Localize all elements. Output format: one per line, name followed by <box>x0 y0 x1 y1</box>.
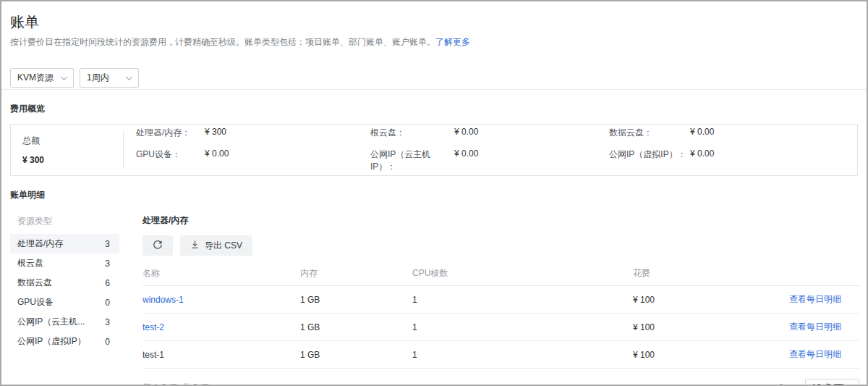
view-daily-detail-link[interactable]: 查看每日明细 <box>789 294 841 304</box>
sidebar-item-label: 根云盘 <box>17 257 43 269</box>
chevron-down-icon <box>61 73 68 80</box>
overview-item-value: ¥ 0.00 <box>454 148 609 173</box>
page-size-select[interactable]: 10 条/页 <box>805 379 859 386</box>
table-footer: 第 1-3 项, 共 3 项 ‹ 1 › 10 条/页 <box>142 379 859 386</box>
table-header-row: 名称 内存 CPU核数 花费 <box>142 261 859 286</box>
sidebar-item-root-disk[interactable]: 根云盘 3 <box>10 253 119 273</box>
sidebar-item-count: 3 <box>105 317 110 327</box>
cell-cpu: 1 <box>412 350 633 360</box>
resource-type-select[interactable]: KVM资源 <box>10 68 74 88</box>
vm-name-link[interactable]: windows-1 <box>142 295 184 305</box>
overview-item-label: 处理器/内存： <box>136 127 205 139</box>
table-toolbar: 导出 CSV <box>142 235 859 256</box>
cell-memory: 1 GB <box>300 350 412 360</box>
overview-section-title: 费用概览 <box>10 103 867 115</box>
sidebar-item-count: 0 <box>105 337 110 347</box>
pagination-page-1[interactable]: 1 <box>777 382 786 386</box>
overview-card: 总额 ¥ 300 处理器/内存： ¥ 300 根云盘： ¥ 0.00 数据云盘：… <box>10 124 858 176</box>
view-daily-detail-link[interactable]: 查看每日明细 <box>789 349 841 359</box>
sidebar-item-data-disk[interactable]: 数据云盘 6 <box>10 273 119 293</box>
vm-name-link[interactable]: test-2 <box>142 322 164 332</box>
section-divider <box>1 89 867 90</box>
overview-item-value: ¥ 0.00 <box>690 148 857 173</box>
sidebar-item-label: 数据云盘 <box>17 277 52 289</box>
vm-name-text: test-1 <box>142 350 164 360</box>
export-csv-button[interactable]: 导出 CSV <box>180 235 252 256</box>
overview-item-label: 数据云盘： <box>609 127 690 139</box>
column-header-name: 名称 <box>142 267 300 280</box>
sidebar-item-count: 3 <box>105 239 110 249</box>
column-header-cpu: CPU核数 <box>412 267 633 280</box>
chevron-down-icon <box>848 383 854 386</box>
cell-cost: ¥ 100 <box>633 322 757 332</box>
sidebar-item-label: 公网IP（云主机... <box>17 316 85 328</box>
sidebar-item-count: 0 <box>105 298 110 308</box>
page-description: 按计费价目在指定时间段统计的资源费用，计费精确至秒级。账单类型包括：项目账单、部… <box>10 36 858 48</box>
page-description-text: 按计费价目在指定时间段统计的资源费用，计费精确至秒级。账单类型包括：项目账单、部… <box>10 37 435 47</box>
total-label: 总额 <box>22 135 123 147</box>
overview-total: 总额 ¥ 300 <box>22 131 124 169</box>
download-icon <box>190 240 200 251</box>
cell-cost: ¥ 100 <box>633 295 757 305</box>
sidebar-item-public-ip-vm[interactable]: 公网IP（云主机... 3 <box>10 312 119 332</box>
cell-memory: 1 GB <box>300 295 412 305</box>
column-header-cost: 花费 <box>633 267 757 280</box>
detail-panel-title: 处理器/内存 <box>142 209 859 227</box>
view-daily-detail-link[interactable]: 查看每日明细 <box>789 322 841 332</box>
sidebar-item-label: 处理器/内存 <box>17 238 63 250</box>
sidebar-item-count: 6 <box>105 278 110 288</box>
sidebar-item-label: 公网IP（虚拟IP） <box>17 335 86 348</box>
cell-cpu: 1 <box>412 295 633 305</box>
resource-type-list-header: 资源类型 <box>10 209 119 234</box>
overview-item-label: 公网IP（虚拟IP）： <box>609 148 690 173</box>
page-header: 账单 按计费价目在指定时间段统计的资源费用，计费精确至秒级。账单类型包括：项目账… <box>1 1 867 48</box>
total-value: ¥ 300 <box>22 155 123 165</box>
pagination-summary: 第 1-3 项, 共 3 项 <box>142 382 209 386</box>
chevron-down-icon <box>126 73 133 80</box>
page-title: 账单 <box>10 13 858 30</box>
table-row: test-2 1 GB 1 ¥ 100 查看每日明细 <box>142 314 859 341</box>
sidebar-item-label: GPU设备 <box>17 296 54 309</box>
bill-table: 名称 内存 CPU核数 花费 windows-1 1 GB 1 ¥ 100 查看… <box>142 261 859 369</box>
cell-memory: 1 GB <box>300 322 412 332</box>
pagination-prev-icon[interactable]: ‹ <box>764 382 770 386</box>
refresh-button[interactable] <box>142 235 173 256</box>
sidebar-item-gpu-device[interactable]: GPU设备 0 <box>10 293 119 312</box>
overview-item-label: GPU设备： <box>136 148 205 173</box>
pagination-next-icon[interactable]: › <box>792 382 799 386</box>
time-range-select-value: 1周内 <box>87 72 109 84</box>
page-size-value: 10 条/页 <box>812 382 843 386</box>
overview-item-value: ¥ 0.00 <box>454 127 609 139</box>
detail-panel: 处理器/内存 导出 CSV 名称 内存 CP <box>142 209 859 386</box>
pagination: ‹ 1 › 10 条/页 <box>764 379 859 386</box>
table-row: test-1 1 GB 1 ¥ 100 查看每日明细 <box>142 341 859 369</box>
table-row: windows-1 1 GB 1 ¥ 100 查看每日明细 <box>142 286 859 314</box>
time-range-select[interactable]: 1周内 <box>80 68 139 88</box>
resource-type-sidebar: 资源类型 处理器/内存 3 根云盘 3 数据云盘 6 GPU设备 0 公网IP（… <box>10 209 119 386</box>
sidebar-item-cpu-memory[interactable]: 处理器/内存 3 <box>10 234 119 253</box>
sidebar-item-count: 3 <box>105 259 110 269</box>
billing-page: 账单 按计费价目在指定时间段统计的资源费用，计费精确至秒级。账单类型包括：项目账… <box>0 0 868 386</box>
cell-cpu: 1 <box>412 322 633 332</box>
sidebar-item-public-ip-vip[interactable]: 公网IP（虚拟IP） 0 <box>10 332 119 351</box>
filter-bar: KVM资源 1周内 <box>10 68 867 88</box>
column-header-memory: 内存 <box>300 267 412 280</box>
overview-item-value: ¥ 300 <box>205 127 370 139</box>
overview-item-label: 根云盘： <box>370 127 454 139</box>
overview-item-value: ¥ 0.00 <box>690 127 857 139</box>
details-section: 资源类型 处理器/内存 3 根云盘 3 数据云盘 6 GPU设备 0 公网IP（… <box>1 209 867 386</box>
overview-item-value: ¥ 0.00 <box>205 148 370 173</box>
export-csv-label: 导出 CSV <box>205 240 242 252</box>
details-section-title: 账单明细 <box>10 189 867 201</box>
refresh-icon <box>153 240 163 252</box>
cell-cost: ¥ 100 <box>633 350 757 360</box>
overview-items: 处理器/内存： ¥ 300 根云盘： ¥ 0.00 数据云盘： ¥ 0.00 G… <box>136 125 857 175</box>
resource-type-select-value: KVM资源 <box>17 72 54 84</box>
overview-item-label: 公网IP（云主机IP）： <box>370 148 454 173</box>
learn-more-link[interactable]: 了解更多 <box>435 37 470 47</box>
